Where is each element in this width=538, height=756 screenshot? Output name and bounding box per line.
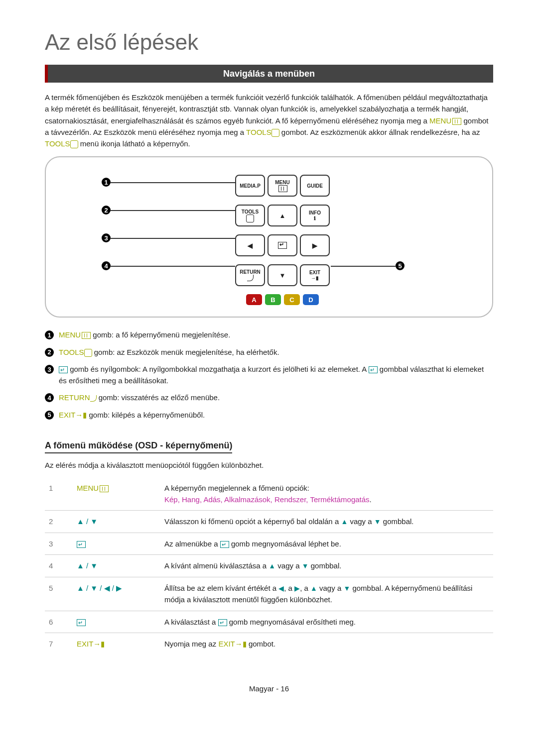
manual-page: Az első lépések Navigálás a menüben A te… — [0, 0, 538, 713]
remote-b-button: B — [265, 294, 281, 305]
remote-return-button: RETURN — [235, 264, 265, 286]
menu-label: MENU — [429, 116, 451, 125]
step-desc: A kiválasztást a gomb megnyomásával erős… — [160, 611, 493, 633]
remote-mediap-button: MEDIA.P — [235, 175, 265, 197]
step-desc: Az almenükbe a gomb megnyomásával léphet… — [160, 533, 493, 554]
enter-icon — [77, 541, 86, 548]
legend-4: 4 RETURN gomb: visszatérés az előző menü… — [45, 392, 493, 404]
bullet-1: 1 — [45, 330, 54, 339]
step-num: 2 — [45, 511, 73, 533]
table-row: 6 A kiválasztást a gomb megnyomásával er… — [45, 611, 493, 633]
table-row: 1 MENU A képernyőn megjelennek a főmenü … — [45, 477, 493, 511]
bullet-2: 2 — [45, 348, 54, 357]
remote-a-button: A — [246, 294, 262, 305]
remote-guide-button: GUIDE — [300, 175, 330, 197]
tools-label-2: TOOLS — [45, 139, 70, 148]
step-desc: A kívánt almenü kiválasztása a ▲ vagy a … — [160, 554, 493, 577]
step-ctrl: MENU — [73, 477, 160, 511]
menu-icon — [82, 332, 91, 339]
legend-5-text: gomb: kilépés a képernyőmenüből. — [89, 411, 205, 419]
remote-d-button: D — [303, 294, 319, 305]
table-row: 7 EXIT→▮ Nyomja meg az EXIT→▮ gombot. — [45, 633, 493, 654]
step-desc: Nyomja meg az EXIT→▮ gombot. — [160, 633, 493, 654]
tools-label: TOOLS — [246, 128, 271, 136]
remote-menu-button: MENU — [268, 175, 297, 197]
legend-1-label: MENU — [59, 330, 81, 339]
table-row: 4 ▲ / ▼ A kívánt almenü kiválasztása a ▲… — [45, 554, 493, 577]
remote-color-row: A B C D — [235, 294, 330, 305]
remote-left-button: ◀ — [235, 234, 265, 256]
osd-note: Az elérés módja a kiválasztott menüopció… — [45, 459, 493, 471]
step-num: 1 — [45, 477, 73, 511]
step-num: 5 — [45, 577, 73, 611]
tools-icon — [70, 140, 78, 148]
osd-steps-table: 1 MENU A képernyőn megjelennek a főmenü … — [45, 477, 493, 655]
intro-a: A termék főmenüjében és Eszközök menüjéb… — [45, 93, 488, 125]
page-footer: Magyar - 16 — [45, 684, 493, 693]
remote-exit-button: EXIT→▮ — [300, 264, 330, 286]
section-header: Navigálás a menüben — [45, 65, 493, 83]
callout-4: 4 — [111, 266, 235, 267]
section-header-text: Navigálás a menüben — [223, 69, 315, 79]
return-icon — [247, 275, 254, 281]
step-ctrl — [73, 611, 160, 633]
legend-3: 3 gomb és nyílgombok: A nyílgombokkal mo… — [45, 364, 493, 386]
bullet-3: 3 — [45, 365, 54, 374]
step-num: 6 — [45, 611, 73, 633]
tools-icon — [271, 129, 279, 137]
legend-4-text: gomb: visszatérés az előző menübe. — [99, 393, 220, 402]
remote-tools-button: TOOLS — [235, 205, 265, 226]
enter-icon — [369, 366, 378, 373]
tools-icon — [246, 215, 254, 222]
remote-buttons: MEDIA.P MENU GUIDE TOOLS ▲ INFOℹ ◀ ▶ RET… — [235, 175, 330, 305]
step-desc: A képernyőn megjelennek a főmenü opciók:… — [160, 477, 493, 511]
table-row: 3 Az almenükbe a gomb megnyomásával léph… — [45, 533, 493, 554]
enter-icon — [77, 619, 86, 626]
table-row: 5 ▲ / ▼ / ◀ / ▶ Állítsa be az elem kíván… — [45, 577, 493, 611]
remote-enter-button — [268, 234, 297, 256]
menu-icon — [278, 185, 287, 192]
remote-right-button: ▶ — [300, 234, 330, 256]
intro-c: gombot. Az eszközmenük akkor állnak rend… — [281, 128, 480, 136]
step-ctrl: ▲ / ▼ — [73, 554, 160, 577]
remote-up-button: ▲ — [268, 205, 297, 226]
remote-c-button: C — [284, 294, 300, 305]
tools-icon — [84, 349, 92, 357]
step-ctrl: ▲ / ▼ — [73, 511, 160, 533]
remote-down-button: ▼ — [268, 264, 297, 286]
callout-1: 1 — [111, 182, 235, 183]
table-row: 2 ▲ / ▼ Válasszon ki főmenü opciót a kép… — [45, 511, 493, 533]
legend-1-text: gomb: a fő képernyőmenü megjelenítése. — [93, 330, 230, 339]
legend-2: 2 TOOLS gomb: az Eszközök menük megjelen… — [45, 347, 493, 358]
step-desc: Válasszon ki főmenü opciót a képernyő ba… — [160, 511, 493, 533]
step-ctrl: ▲ / ▼ / ◀ / ▶ — [73, 577, 160, 611]
step-ctrl: EXIT→▮ — [73, 633, 160, 654]
callout-legend: 1 MENU gomb: a fő képernyőmenü megjelení… — [45, 329, 493, 421]
legend-3a: gomb és nyílgombok: A nyílgombokkal mozg… — [70, 365, 368, 373]
remote-diagram: MEDIA.P MENU GUIDE TOOLS ▲ INFOℹ ◀ ▶ RET… — [45, 156, 493, 318]
legend-2-text: gomb: az Eszközök menük megjelenítése, h… — [94, 348, 279, 356]
legend-5-label: EXIT — [59, 411, 75, 419]
step-num: 4 — [45, 554, 73, 577]
enter-icon — [218, 619, 227, 626]
intro-paragraph: A termék főmenüjében és Eszközök menüjéb… — [45, 92, 493, 149]
menu-icon — [100, 485, 109, 492]
step-ctrl — [73, 533, 160, 554]
bullet-4: 4 — [45, 393, 54, 402]
menu-icon — [452, 118, 461, 125]
page-title: Az első lépések — [45, 30, 493, 55]
remote-info-button: INFOℹ — [300, 205, 330, 226]
legend-1: 1 MENU gomb: a fő képernyőmenü megjelení… — [45, 329, 493, 341]
callout-3: 3 — [111, 238, 235, 239]
step-num: 3 — [45, 533, 73, 554]
callout-5: 5 — [331, 266, 396, 267]
callout-2: 2 — [111, 210, 235, 211]
enter-icon — [278, 242, 287, 249]
legend-4-label: RETURN — [59, 393, 90, 402]
osd-heading: A főmenü működése (OSD - képernyőmenü) — [45, 440, 232, 453]
legend-5: 5 EXIT→▮ gomb: kilépés a képernyőmenüből… — [45, 410, 493, 421]
step-desc: Állítsa be az elem kívánt értékét a ◀, a… — [160, 577, 493, 611]
return-icon — [90, 395, 97, 402]
bullet-5: 5 — [45, 411, 54, 420]
legend-2-label: TOOLS — [59, 348, 84, 356]
